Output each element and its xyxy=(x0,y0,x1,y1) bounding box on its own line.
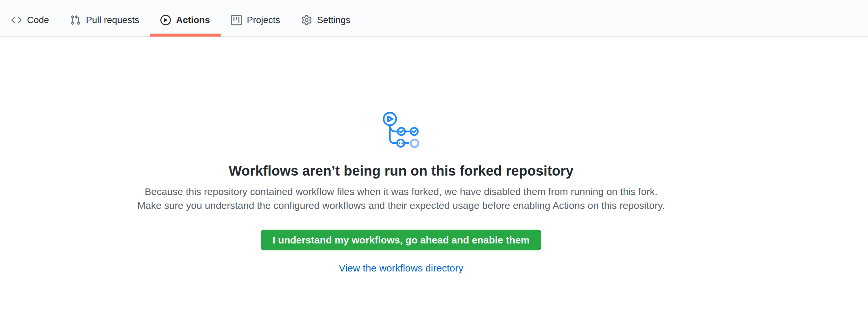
repo-tab-nav: Code Pull requests Actions Projects Sett… xyxy=(0,0,868,37)
tab-actions-label: Actions xyxy=(176,15,210,25)
actions-disabled-blankslate: Workflows aren’t being run on this forke… xyxy=(0,37,802,274)
tab-code-label: Code xyxy=(27,15,49,25)
tab-settings[interactable]: Settings xyxy=(291,4,361,36)
code-icon xyxy=(11,15,22,25)
view-workflows-directory-link[interactable]: View the workflows directory xyxy=(339,262,463,274)
project-icon xyxy=(231,15,242,25)
tab-settings-label: Settings xyxy=(317,15,350,25)
tab-pull-requests-label: Pull requests xyxy=(86,15,139,25)
workflow-graph-icon xyxy=(380,109,423,152)
blankslate-description: Because this repository contained workfl… xyxy=(134,185,668,213)
page-title: Workflows aren’t being run on this forke… xyxy=(228,162,573,180)
tab-projects-label: Projects xyxy=(247,15,280,25)
enable-workflows-button[interactable]: I understand my workflows, go ahead and … xyxy=(261,229,541,250)
tab-projects[interactable]: Projects xyxy=(221,4,291,36)
git-pull-request-icon xyxy=(70,15,81,25)
tab-code[interactable]: Code xyxy=(1,4,60,36)
gear-icon xyxy=(301,15,312,25)
tab-pull-requests[interactable]: Pull requests xyxy=(60,4,150,36)
play-icon xyxy=(160,15,171,25)
tab-actions[interactable]: Actions xyxy=(150,4,221,36)
